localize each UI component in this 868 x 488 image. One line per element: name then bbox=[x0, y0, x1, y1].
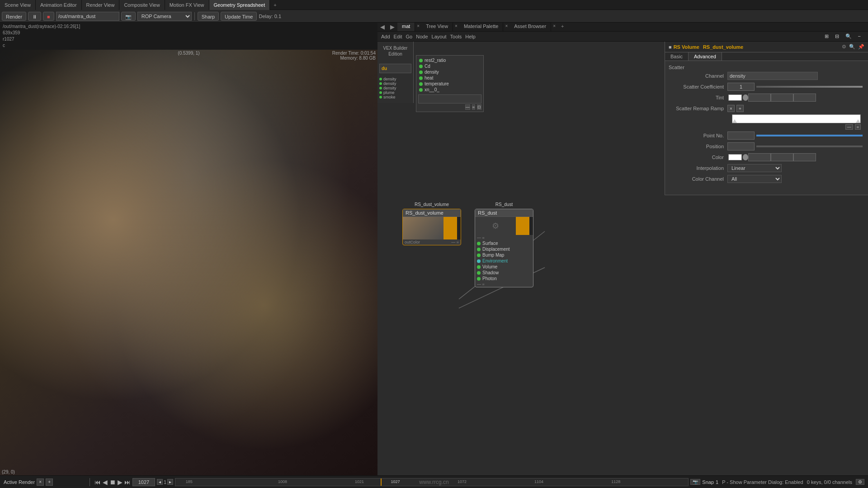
help-btn[interactable]: Help bbox=[465, 34, 476, 39]
tab-composite-view[interactable]: Composite View bbox=[119, 0, 165, 10]
tab-animation-editor[interactable]: Animation Editor bbox=[36, 0, 82, 10]
prop-tab-advanced[interactable]: Advanced bbox=[689, 52, 722, 61]
camera-select[interactable]: ROP Camera bbox=[137, 12, 192, 21]
interp-label: Interpolation bbox=[669, 165, 727, 171]
tab-material-palette[interactable]: Material Palette bbox=[459, 23, 503, 31]
pause-button[interactable]: ⏸ bbox=[28, 12, 41, 21]
edit-btn[interactable]: Edit bbox=[394, 34, 402, 39]
attr-ramp-btn1[interactable]: — bbox=[465, 104, 470, 110]
point-no-slider[interactable] bbox=[756, 135, 863, 136]
add-tab-button[interactable]: + bbox=[270, 1, 280, 9]
color-swatch[interactable] bbox=[728, 154, 742, 160]
color-g-input[interactable]: 1 bbox=[771, 153, 793, 161]
tab-motion-fx[interactable]: Motion FX View bbox=[165, 0, 209, 10]
prop-tab-basic[interactable]: Basic bbox=[665, 52, 689, 61]
ramp-handle-right[interactable] bbox=[856, 119, 860, 123]
tint-r-input[interactable]: 1 bbox=[748, 94, 771, 102]
stop-btn[interactable]: ⏹ bbox=[109, 479, 116, 486]
render-image[interactable]: (0.5399, 1) Render Time: 0:01:54 Memory:… bbox=[0, 50, 377, 475]
next-frame-btn[interactable]: ⏭ bbox=[124, 479, 131, 486]
rs-dust-node[interactable]: RS_dust ⚙ — = Surface bbox=[475, 209, 533, 287]
scatter-coeff-slider[interactable] bbox=[756, 86, 863, 88]
ramp-label: Scatter Remap Ramp bbox=[669, 106, 727, 111]
step-down-btn[interactable]: ◂ bbox=[157, 479, 163, 485]
rs-dust-volume-node[interactable]: RS_dust_volume outColor — = bbox=[402, 209, 461, 245]
attr-rest2-label: rest2_ratio bbox=[425, 58, 446, 63]
render-coords-bl: (29, 0) bbox=[2, 469, 15, 474]
channel-input[interactable] bbox=[727, 72, 818, 80]
zoom-out-icon[interactable]: − bbox=[858, 33, 861, 39]
tint-swatch[interactable] bbox=[728, 94, 742, 101]
tab-scene-view[interactable]: Scene View bbox=[0, 0, 36, 10]
output-path-input[interactable] bbox=[56, 12, 119, 21]
scatter-coeff-input[interactable] bbox=[727, 83, 755, 91]
snap-icon[interactable]: 📷 bbox=[690, 479, 700, 485]
tint-b-input[interactable]: 1 bbox=[793, 94, 816, 102]
attr-ramp-btn2[interactable]: = bbox=[472, 104, 475, 110]
ramp-plus-btn[interactable]: + bbox=[736, 105, 744, 112]
skip-start-btn[interactable]: ⏮ bbox=[94, 479, 101, 486]
properties-panel: ■ RS Volume RS_dust_volume ⚙ 🔍 📌 Basic A… bbox=[665, 42, 868, 195]
flipbook-button[interactable]: 📷 bbox=[121, 12, 136, 21]
vex-du-node[interactable]: du bbox=[379, 64, 411, 73]
tools-btn[interactable]: Tools bbox=[450, 34, 462, 39]
prop-node-title: RS Volume bbox=[674, 44, 699, 50]
settings-icons: ⚙ 🔍 📌 bbox=[842, 44, 864, 50]
active-render-label: Active Render bbox=[4, 479, 35, 485]
ramp-extend-btn[interactable]: — bbox=[845, 124, 853, 130]
stop-button[interactable]: ■ bbox=[43, 12, 54, 21]
timeline-playhead[interactable] bbox=[381, 479, 382, 486]
render-button[interactable]: Render bbox=[2, 12, 26, 21]
attr-ramp-btn3[interactable]: ⊡ bbox=[477, 104, 481, 110]
update-time-button[interactable]: Update Time bbox=[221, 12, 257, 21]
active-render-close[interactable]: × bbox=[37, 479, 44, 486]
tab-geometry-spreadsheet[interactable]: Geometry Spreadsheet bbox=[209, 0, 270, 10]
interp-select[interactable]: Linear Constant Catmull-Rom Monotone Cub… bbox=[727, 164, 782, 172]
go-btn[interactable]: Go bbox=[406, 34, 413, 39]
position-slider[interactable] bbox=[756, 145, 863, 147]
view-icon[interactable]: ⊟ bbox=[835, 33, 839, 39]
attr-ramp-preview[interactable] bbox=[418, 94, 481, 103]
add-btn[interactable]: Add bbox=[381, 34, 390, 39]
step-up-btn[interactable]: ▸ bbox=[167, 479, 173, 485]
rs-dust-title: RS_dust bbox=[475, 209, 533, 217]
frame-input-current[interactable] bbox=[132, 478, 155, 486]
prev-frame-btn[interactable]: ◀ bbox=[103, 479, 108, 486]
ramp-minus-btn[interactable]: × bbox=[727, 105, 735, 112]
ramp-gradient-bar[interactable] bbox=[732, 114, 861, 123]
pin-icon[interactable]: 📌 bbox=[858, 44, 864, 50]
settings-gear-icon[interactable]: ⚙ bbox=[842, 44, 846, 50]
ramp-equal-btn[interactable]: = bbox=[855, 124, 861, 130]
active-render-settings[interactable]: + bbox=[46, 479, 53, 486]
play-btn[interactable]: ▶ bbox=[118, 479, 123, 486]
tab-asset-browser[interactable]: Asset Browser bbox=[509, 23, 551, 31]
color-r-input[interactable]: 1 bbox=[748, 153, 771, 161]
point-no-input[interactable]: 2 bbox=[727, 131, 755, 140]
zoom-in-icon[interactable]: 🔍 bbox=[845, 33, 852, 39]
layout-icon[interactable]: ⊞ bbox=[825, 33, 829, 39]
node-editor[interactable]: ■ RS Volume RS_dust_volume ⚙ 🔍 📌 Basic A… bbox=[377, 42, 868, 475]
node-btn[interactable]: Node bbox=[416, 34, 428, 39]
color-picker-icon[interactable] bbox=[743, 154, 748, 160]
rs-dust-preview: ⚙ bbox=[475, 217, 533, 235]
ramp-handle-left[interactable] bbox=[732, 119, 737, 123]
color-channel-select[interactable]: All bbox=[727, 175, 782, 183]
port-density: density bbox=[379, 77, 411, 81]
attr-heat: heat bbox=[418, 75, 481, 81]
add-right-tab-button[interactable]: + bbox=[557, 23, 567, 31]
sharp-button[interactable]: Sharp bbox=[198, 12, 219, 21]
tab-mat[interactable]: mat bbox=[397, 23, 415, 31]
layout-btn[interactable]: Layout bbox=[432, 34, 447, 39]
color-b-input[interactable]: 1 bbox=[793, 153, 816, 161]
tint-color-picker[interactable] bbox=[743, 94, 748, 101]
prop-node-name: RS_dust_volume bbox=[703, 44, 743, 50]
position-input[interactable]: 1 bbox=[727, 142, 755, 150]
status-settings-btn[interactable]: ⚙ bbox=[856, 479, 864, 485]
tab-tree-view[interactable]: Tree View bbox=[421, 23, 453, 31]
search-prop-icon[interactable]: 🔍 bbox=[849, 44, 855, 50]
node-canvas[interactable]: VEX Builder Edition du density density d… bbox=[377, 42, 665, 475]
status-section: P - Show Parameter Dialog: Enabled 0 key… bbox=[722, 479, 864, 485]
tint-g-input[interactable]: 1 bbox=[771, 94, 793, 102]
tab-render-view[interactable]: Render View bbox=[82, 0, 120, 10]
ramp-controls: × + bbox=[727, 105, 744, 112]
